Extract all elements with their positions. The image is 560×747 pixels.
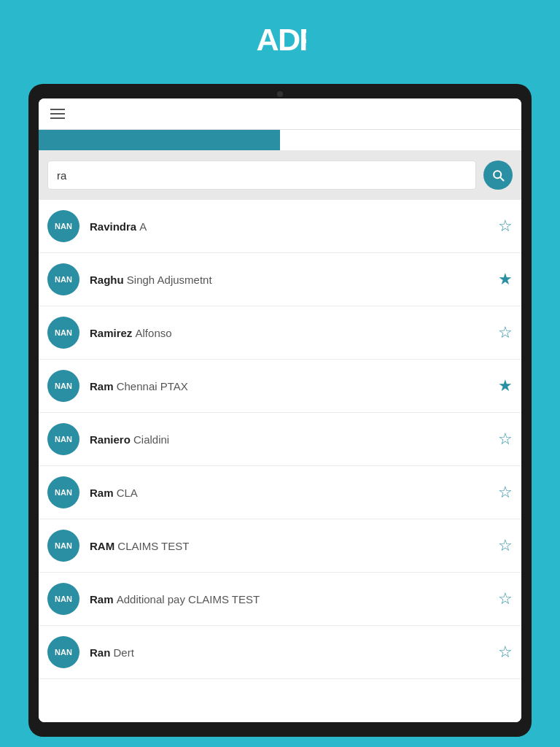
avatar: NAN bbox=[47, 636, 79, 668]
favorite-star-icon[interactable]: ☆ bbox=[498, 536, 513, 555]
favorite-star-icon[interactable]: ☆ bbox=[498, 323, 513, 342]
search-button[interactable] bbox=[483, 160, 513, 190]
favorite-star-icon[interactable]: ☆ bbox=[498, 430, 513, 449]
list-item[interactable]: NANRaniero Cialdini☆ bbox=[39, 413, 521, 466]
tabs-container bbox=[39, 130, 521, 150]
svg-text:ADP: ADP bbox=[257, 22, 306, 57]
favorite-star-icon[interactable]: ☆ bbox=[498, 483, 513, 502]
list-item[interactable]: NANRam CLA☆ bbox=[39, 466, 521, 519]
result-name: RAM CLAIMS TEST bbox=[90, 540, 488, 552]
result-name: Ram CLA bbox=[90, 487, 488, 499]
result-name: Raniero Cialdini bbox=[90, 433, 488, 446]
app-header bbox=[39, 98, 521, 130]
tab-search[interactable] bbox=[39, 130, 280, 150]
list-item[interactable]: NANRaghu Singh Adjusmetnt★ bbox=[39, 253, 521, 306]
avatar: NAN bbox=[47, 583, 79, 615]
favorite-star-icon[interactable]: ☆ bbox=[498, 589, 513, 608]
avatar: NAN bbox=[47, 210, 79, 242]
avatar: NAN bbox=[47, 476, 79, 508]
result-name: Ran Dert bbox=[90, 646, 488, 659]
list-item[interactable]: NANRan Dert☆ bbox=[39, 626, 521, 679]
favorite-star-icon[interactable]: ★ bbox=[498, 376, 513, 395]
avatar: NAN bbox=[47, 530, 79, 562]
list-item[interactable]: NANRam Chennai PTAX★ bbox=[39, 360, 521, 413]
list-item[interactable]: NANRAM CLAIMS TEST☆ bbox=[39, 519, 521, 573]
top-bar: ADP bbox=[0, 0, 560, 84]
app-screen: NANRavindra A☆NANRaghu Singh Adjusmetnt★… bbox=[39, 98, 521, 722]
result-name: Ram Chennai PTAX bbox=[90, 380, 488, 392]
results-list: NANRavindra A☆NANRaghu Singh Adjusmetnt★… bbox=[39, 200, 521, 722]
tablet-camera bbox=[277, 91, 283, 97]
list-item[interactable]: NANRam Additional pay CLAIMS TEST☆ bbox=[39, 573, 521, 626]
favorite-star-icon[interactable]: ☆ bbox=[498, 643, 513, 662]
list-item[interactable]: NANRamirez Alfonso☆ bbox=[39, 306, 521, 360]
result-name: Ravindra A bbox=[90, 220, 488, 233]
avatar: NAN bbox=[47, 423, 79, 455]
favorite-star-icon[interactable]: ★ bbox=[498, 270, 513, 289]
tab-favorites[interactable] bbox=[280, 130, 521, 150]
search-input[interactable] bbox=[47, 160, 476, 190]
search-area bbox=[39, 150, 521, 200]
avatar: NAN bbox=[47, 263, 79, 295]
hamburger-menu-icon[interactable] bbox=[50, 109, 65, 119]
result-name: Ramirez Alfonso bbox=[90, 327, 488, 339]
list-item[interactable]: NANRavindra A☆ bbox=[39, 200, 521, 253]
avatar: NAN bbox=[47, 317, 79, 349]
avatar: NAN bbox=[47, 370, 79, 402]
search-icon bbox=[491, 168, 505, 182]
favorite-star-icon[interactable]: ☆ bbox=[498, 217, 513, 236]
tablet-frame: NANRavindra A☆NANRaghu Singh Adjusmetnt★… bbox=[28, 84, 532, 737]
adp-logo: ADP bbox=[254, 20, 306, 63]
result-name: Ram Additional pay CLAIMS TEST bbox=[90, 593, 488, 605]
result-name: Raghu Singh Adjusmetnt bbox=[90, 274, 488, 286]
